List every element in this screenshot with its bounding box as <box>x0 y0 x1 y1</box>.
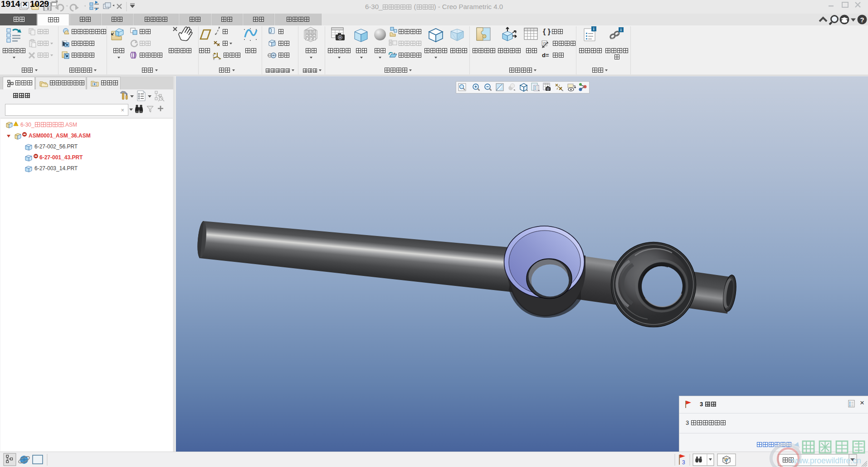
svg-text:{ }: { } <box>543 28 551 35</box>
svg-text:x: x <box>219 57 220 60</box>
svg-text:?: ? <box>860 16 864 24</box>
svg-text:www.proewildfire.cn: www.proewildfire.cn <box>790 456 861 465</box>
svg-text:i: i <box>620 28 622 32</box>
svg-text:x: x <box>394 52 395 55</box>
svg-text:d=: d= <box>542 52 549 59</box>
svg-text:3: 3 <box>682 459 685 466</box>
svg-text:z: z <box>213 57 215 60</box>
svg-text:i: i <box>593 27 595 31</box>
svg-text:y: y <box>213 54 215 57</box>
svg-text:!: ! <box>15 122 16 126</box>
